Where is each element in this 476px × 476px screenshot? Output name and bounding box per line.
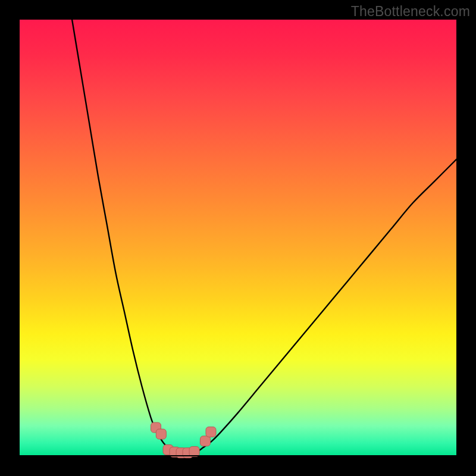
- bottleneck-curve: [72, 20, 456, 454]
- valley-marker: [200, 436, 210, 446]
- plot-bottom-edge: [20, 455, 456, 456]
- valley-marker: [206, 427, 216, 437]
- chart-plot-area: [20, 20, 456, 456]
- valley-markers: [151, 422, 216, 458]
- valley-marker: [156, 429, 166, 439]
- watermark-text: TheBottleneck.com: [351, 4, 470, 20]
- chart-frame: TheBottleneck.com: [0, 0, 476, 476]
- chart-svg: [20, 20, 456, 456]
